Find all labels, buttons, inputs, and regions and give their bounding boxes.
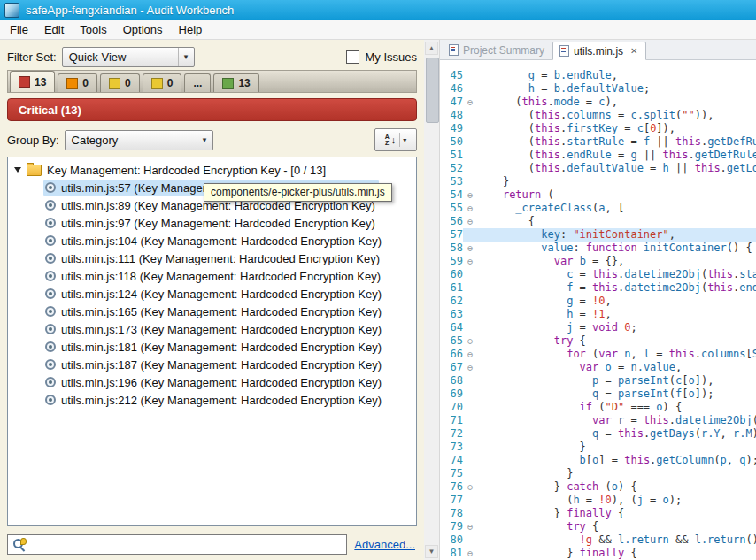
code-text: var o = n.value, xyxy=(477,361,756,374)
code-text: } xyxy=(477,441,756,454)
issue-item[interactable]: utils.min.js:118 (Key Management: Hardco… xyxy=(8,267,416,285)
issue-item[interactable]: utils.min.js:212 (Key Management: Hardco… xyxy=(8,391,416,409)
tab-utils-min-js[interactable]: utils.min.js✕ xyxy=(552,42,646,60)
issue-label: utils.min.js:196 (Key Management: Hardco… xyxy=(61,376,382,389)
issue-item[interactable]: utils.min.js:173 (Key Management: Hardco… xyxy=(8,320,416,338)
severity-count: ... xyxy=(193,77,202,89)
line-number: 63 xyxy=(440,308,463,321)
code-text: try { xyxy=(477,334,756,348)
fold-gutter xyxy=(463,268,477,281)
issue-marker-icon xyxy=(45,235,56,246)
line-number: 52 xyxy=(440,162,463,175)
fold-icon[interactable]: ⊖ xyxy=(463,96,477,109)
issue-item[interactable]: utils.min.js:97 (Key Management: Hardcod… xyxy=(8,214,416,232)
group-by-label: Group By: xyxy=(7,134,59,147)
menu-item-tools[interactable]: Tools xyxy=(72,20,114,39)
line-number: 61 xyxy=(440,281,463,295)
code-text: try { xyxy=(477,520,756,533)
code-area[interactable]: 45 g = b.endRule,46 h = b.defaultValue;4… xyxy=(440,60,756,560)
line-number: 64 xyxy=(440,321,463,334)
menu-item-options[interactable]: Options xyxy=(115,20,171,39)
issue-label: utils.min.js:104 (Key Management: Hardco… xyxy=(61,234,382,248)
search-box[interactable] xyxy=(7,534,347,555)
code-line: 76⊖ } catch (o) { xyxy=(440,480,756,494)
fold-icon[interactable]: ⊖ xyxy=(463,480,477,494)
fold-icon[interactable]: ⊖ xyxy=(463,334,477,348)
line-number: 78 xyxy=(440,507,463,520)
issue-item[interactable]: utils.min.js:124 (Key Management: Hardco… xyxy=(8,285,416,303)
line-number: 56 xyxy=(440,215,463,228)
fold-gutter xyxy=(463,109,477,122)
chevron-down-icon: ▾ xyxy=(197,131,212,150)
tab-label: utils.min.js xyxy=(574,45,623,58)
issue-label: utils.min.js:165 (Key Management: Hardco… xyxy=(61,305,382,318)
my-issues-checkbox[interactable] xyxy=(346,50,359,64)
code-text: key: "initContainer", xyxy=(477,228,756,242)
group-by-dropdown[interactable]: Category ▾ xyxy=(65,130,213,150)
fold-gutter xyxy=(463,374,477,387)
code-line: 78 } finally { xyxy=(440,507,756,520)
issue-item[interactable]: utils.min.js:196 (Key Management: Hardco… xyxy=(8,373,416,391)
menu-item-edit[interactable]: Edit xyxy=(36,20,72,39)
fold-icon[interactable]: ⊖ xyxy=(463,348,477,361)
fold-gutter xyxy=(463,441,477,454)
fold-gutter xyxy=(463,387,477,401)
scroll-down-icon[interactable]: ▼ xyxy=(425,545,438,558)
code-text: (this.endRule = g || this.getDefRule(" xyxy=(477,149,756,162)
code-line: 46 h = b.defaultValue; xyxy=(440,82,756,96)
severity-tab[interactable]: 13 xyxy=(213,73,258,92)
close-tab-icon[interactable]: ✕ xyxy=(630,46,637,56)
issue-item[interactable]: utils.min.js:104 (Key Management: Hardco… xyxy=(8,232,416,249)
fold-gutter xyxy=(463,454,477,467)
issue-item[interactable]: utils.min.js:111 (Key Management: Hardco… xyxy=(8,249,416,267)
code-line: 79⊖ try { xyxy=(440,520,756,533)
fold-icon[interactable]: ⊖ xyxy=(463,188,477,202)
scrollbar-thumb[interactable] xyxy=(426,58,439,123)
tab-project-summary[interactable]: Project Summary xyxy=(443,41,552,59)
title-bar: safeApp-fengxiandian - Audit Workbench xyxy=(0,0,756,20)
advanced-link[interactable]: Advanced... xyxy=(354,538,415,551)
severity-swatch-icon xyxy=(66,78,78,89)
severity-count: 13 xyxy=(35,76,46,88)
critical-banner[interactable]: Critical (13) xyxy=(7,98,417,121)
severity-tab[interactable]: 13 xyxy=(10,71,55,92)
sort-button[interactable]: AZ ↓ ▾ xyxy=(374,128,417,151)
fold-icon[interactable]: ⊖ xyxy=(463,361,477,374)
line-number: 76 xyxy=(440,480,463,494)
menu-item-file[interactable]: File xyxy=(2,20,36,39)
search-input[interactable] xyxy=(28,535,346,554)
severity-tab[interactable]: ... xyxy=(184,73,211,92)
collapse-arrow-icon[interactable] xyxy=(14,167,21,173)
fold-gutter xyxy=(463,414,477,427)
editor-panel: ▲ ▼ Project Summaryutils.min.js✕ 45 g = … xyxy=(424,40,756,560)
severity-swatch-icon xyxy=(151,78,163,89)
issue-item[interactable]: utils.min.js:187 (Key Management: Hardco… xyxy=(8,356,416,373)
code-text: _createClass(a, [ xyxy=(477,202,756,215)
fold-icon[interactable]: ⊖ xyxy=(463,520,477,533)
code-line: 75 } xyxy=(440,467,756,480)
scroll-up-icon[interactable]: ▲ xyxy=(425,42,438,55)
issue-item[interactable]: utils.min.js:181 (Key Management: Hardco… xyxy=(8,338,416,356)
fold-gutter xyxy=(463,122,477,135)
issue-label: utils.min.js:173 (Key Management: Hardco… xyxy=(61,323,382,336)
code-line: 59⊖ var b = {}, xyxy=(440,255,756,268)
line-number: 57 xyxy=(440,228,463,242)
code-line: 66⊖ for (var n, l = this.columns[Sym xyxy=(440,348,756,361)
fold-icon[interactable]: ⊖ xyxy=(463,255,477,268)
issue-item[interactable]: utils.min.js:165 (Key Management: Hardco… xyxy=(8,303,416,320)
severity-tab[interactable]: 0 xyxy=(58,73,97,92)
fold-icon[interactable]: ⊖ xyxy=(463,242,477,255)
severity-tab[interactable]: 0 xyxy=(100,73,140,92)
editor-tabs: Project Summaryutils.min.js✕ xyxy=(440,40,756,60)
issue-label: utils.min.js:97 (Key Management: Hardcod… xyxy=(61,217,375,230)
fold-icon[interactable]: ⊖ xyxy=(463,215,477,228)
issue-label: utils.min.js:187 (Key Management: Hardco… xyxy=(61,358,382,372)
severity-tab[interactable]: 0 xyxy=(143,73,182,92)
fold-icon[interactable]: ⊖ xyxy=(463,547,477,560)
filter-set-dropdown[interactable]: Quick View ▾ xyxy=(62,47,195,67)
issue-group-row[interactable]: Key Management: Hardcoded Encryption Key… xyxy=(8,161,416,179)
fold-icon[interactable]: ⊖ xyxy=(463,202,477,215)
editor-scrollbar[interactable]: ▲ ▼ xyxy=(424,40,440,560)
line-number: 47 xyxy=(440,96,463,109)
menu-item-help[interactable]: Help xyxy=(171,20,211,39)
